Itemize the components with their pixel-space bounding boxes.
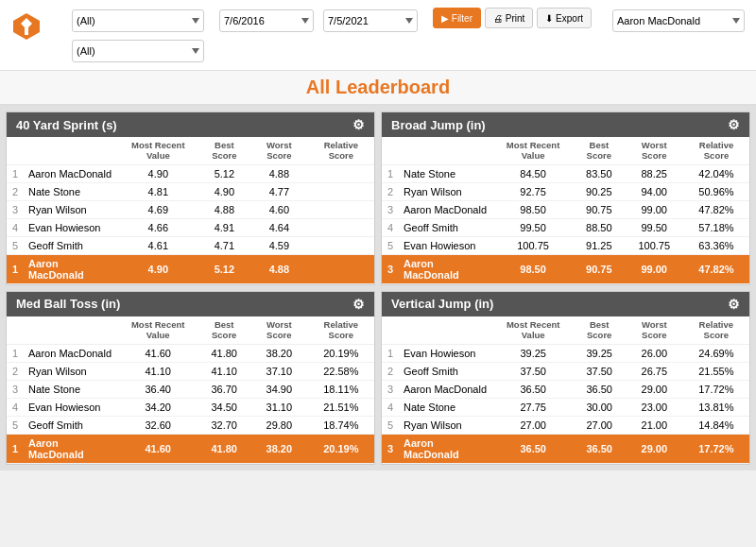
gear-icon[interactable]: ⚙	[728, 297, 740, 312]
val-c3: 34.90	[250, 380, 308, 398]
table-row: 1 Evan Howieson 39.25 39.25 26.00 24.69%	[382, 344, 749, 362]
table-row: 2 Nate Stone 4.81 4.90 4.77	[7, 182, 374, 200]
col-header-0: Most Recent Value	[493, 137, 573, 164]
gear-icon[interactable]: ⚙	[352, 297, 365, 312]
val-c2: 4.91	[198, 218, 250, 236]
val-c4: 50.96%	[683, 182, 749, 200]
val-c4: 17.72%	[683, 380, 749, 398]
val-c2: 34.50	[198, 398, 250, 416]
name-col-header	[24, 316, 118, 344]
gear-icon[interactable]: ⚙	[352, 117, 365, 132]
hl-name: Aaron MacDonald	[24, 254, 118, 283]
rank-cell: 2	[7, 182, 24, 200]
hl-c1: 41.60	[118, 434, 198, 463]
val-c4: 24.69%	[683, 344, 749, 362]
rank-cell: 1	[382, 344, 399, 362]
rank-cell: 5	[7, 236, 24, 254]
highlight-row: 1 Aaron MacDonald 41.60 41.80 38.20 20.1…	[7, 434, 374, 463]
rank-cell: 3	[7, 380, 24, 398]
card-broad: Broad Jump (in)⚙ Most Recent ValueBest S…	[381, 111, 750, 285]
rank-cell: 5	[7, 416, 24, 434]
col-header-3: Relative Score	[308, 316, 374, 344]
card-medball-table: Most Recent ValueBest ScoreWorst ScoreRe…	[7, 316, 374, 464]
name-cell: Nate Stone	[399, 398, 493, 416]
val-c4: 21.51%	[308, 398, 374, 416]
highlight-row: 1 Aaron MacDonald 4.90 5.12 4.88	[7, 254, 374, 283]
val-c2: 90.75	[573, 200, 625, 218]
val-c3: 38.20	[250, 344, 308, 362]
val-c2: 37.50	[573, 362, 626, 380]
val-c1: 32.60	[118, 416, 198, 434]
end-date-select[interactable]: 7/5/2021	[323, 9, 418, 32]
val-c3: 37.10	[250, 362, 308, 380]
export-button[interactable]: ⬇ Export	[537, 8, 592, 28]
card-vertical: Vertical Jump (in)⚙ Most Recent ValueBes…	[381, 291, 750, 465]
col-header-1: Best Score	[198, 137, 250, 164]
date-controls: 7/6/2016 7/5/2021	[219, 8, 418, 32]
kinduct-logo-icon	[11, 11, 42, 42]
rank-cell: 3	[382, 200, 399, 218]
rank-cell: 3	[382, 380, 399, 398]
gear-icon[interactable]: ⚙	[728, 117, 740, 132]
val-c2: 4.88	[198, 200, 250, 218]
name-cell: Evan Howieson	[24, 218, 118, 236]
hl-c1: 36.50	[493, 434, 573, 463]
col-header-2: Worst Score	[250, 316, 308, 344]
svg-rect-2	[25, 27, 28, 35]
name-col-header	[399, 137, 493, 164]
leaderboard-grid: 40 Yard Sprint (s)⚙ Most Recent ValueBes…	[0, 106, 756, 470]
table-row: 3 Aaron MacDonald 36.50 36.50 29.00 17.7…	[382, 380, 749, 398]
athlete-search-select[interactable]: Aaron MacDonald	[612, 9, 745, 32]
card-sprint-title: 40 Yard Sprint (s)	[16, 118, 117, 132]
table-row: 2 Geoff Smith 37.50 37.50 26.75 21.55%	[382, 362, 749, 380]
filter-buttons: ▶ Filter 🖨 Print ⬇ Export	[433, 8, 592, 32]
val-c4: 20.19%	[308, 344, 374, 362]
val-c4: 47.82%	[683, 200, 749, 218]
val-c3: 4.64	[250, 218, 308, 236]
team-select[interactable]: (All)	[72, 9, 204, 32]
rank-cell: 1	[382, 164, 399, 182]
table-row: 5 Evan Howieson 100.75 91.25 100.75 63.3…	[382, 236, 749, 254]
hl-c1: 4.90	[118, 254, 198, 283]
print-button[interactable]: 🖨 Print	[485, 8, 533, 28]
card-broad-table: Most Recent ValueBest ScoreWorst ScoreRe…	[382, 137, 749, 284]
card-vertical-table: Most Recent ValueBest ScoreWorst ScoreRe…	[382, 316, 749, 464]
name-cell: Geoff Smith	[24, 416, 118, 434]
val-c1: 100.75	[493, 236, 573, 254]
position-select[interactable]: (All)	[72, 40, 204, 62]
start-date-select[interactable]: 7/6/2016	[219, 9, 314, 32]
val-c2: 32.70	[198, 416, 250, 434]
col-header-3: Relative Score	[683, 137, 749, 164]
rank-cell: 2	[382, 362, 399, 380]
val-c3: 99.00	[625, 200, 682, 218]
name-cell: Aaron MacDonald	[399, 200, 493, 218]
val-c2: 30.00	[573, 398, 626, 416]
table-row: 5 Geoff Smith 32.60 32.70 29.80 18.74%	[7, 416, 374, 434]
val-c2: 27.00	[573, 416, 626, 434]
val-c4: 18.11%	[308, 380, 374, 398]
filter-button[interactable]: ▶ Filter	[433, 8, 481, 28]
card-vertical-header: Vertical Jump (in)⚙	[382, 292, 749, 316]
val-c3: 26.75	[626, 362, 683, 380]
val-c1: 4.66	[118, 218, 198, 236]
val-c3: 4.77	[250, 182, 308, 200]
val-c4: 57.18%	[683, 218, 749, 236]
hl-c3: 29.00	[626, 434, 683, 463]
val-c1: 36.50	[493, 380, 573, 398]
table-row: 3 Ryan Wilson 4.69 4.88 4.60	[7, 200, 374, 218]
val-c1: 37.50	[493, 362, 573, 380]
val-c4: 21.55%	[683, 362, 749, 380]
team-control: (All) (All)	[72, 8, 204, 62]
val-c1: 41.60	[118, 344, 198, 362]
val-c3: 21.00	[626, 416, 683, 434]
val-c1: 92.75	[493, 182, 573, 200]
hl-c2: 90.75	[573, 254, 625, 283]
logo-area	[11, 11, 47, 42]
hl-c3: 38.20	[250, 434, 308, 463]
val-c1: 99.50	[493, 218, 573, 236]
col-header-2: Worst Score	[625, 137, 682, 164]
col-header-2: Worst Score	[626, 316, 683, 344]
name-cell: Ryan Wilson	[399, 182, 493, 200]
hl-c3: 4.88	[250, 254, 308, 283]
col-header-0: Most Recent Value	[118, 137, 198, 164]
